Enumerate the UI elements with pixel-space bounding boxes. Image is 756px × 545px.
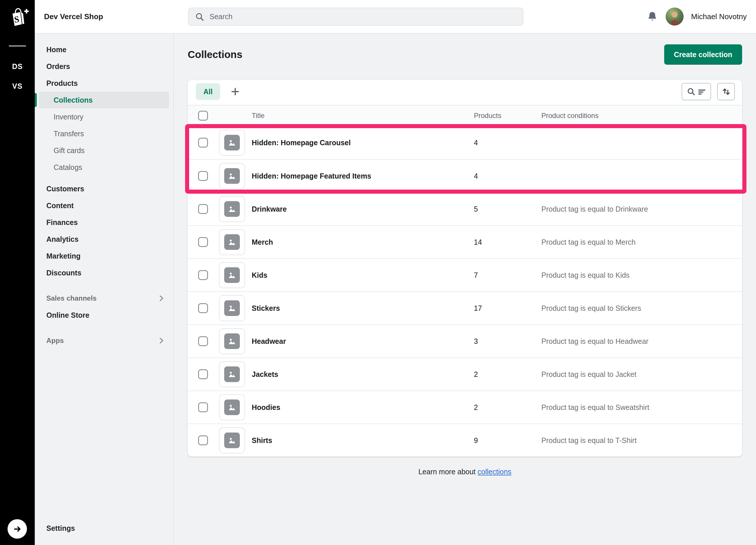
table-row[interactable]: Shirts 9 Product tag is equal to T-Shirt — [188, 424, 742, 457]
tab-all[interactable]: All — [196, 83, 220, 100]
rail-badge-ds[interactable]: DS — [0, 62, 35, 71]
sidebar-item-transfers[interactable]: Transfers — [35, 125, 173, 142]
plus-icon — [231, 87, 240, 96]
sidebar-item-marketing[interactable]: Marketing — [35, 247, 173, 264]
sidebar-item-collections[interactable]: Collections — [39, 92, 169, 108]
search-input[interactable] — [209, 12, 516, 21]
sidebar-item-online-store[interactable]: Online Store — [35, 307, 173, 324]
create-collection-button[interactable]: Create collection — [664, 44, 742, 65]
table-row[interactable]: Kids 7 Product tag is equal to Kids — [188, 258, 742, 291]
rail-badge-vs[interactable]: VS — [0, 82, 35, 90]
notifications-button[interactable] — [647, 10, 658, 23]
table-row[interactable]: Hoodies 2 Product tag is equal to Sweats… — [188, 391, 742, 424]
sidebar-item-finances[interactable]: Finances — [35, 214, 173, 231]
add-view-button[interactable] — [227, 83, 243, 100]
table-row[interactable]: Merch 14 Product tag is equal to Merch — [188, 225, 742, 258]
collection-products-count: 7 — [474, 271, 541, 280]
collection-products-count: 4 — [474, 172, 541, 180]
image-placeholder-icon — [227, 171, 237, 181]
sidebar-item-gift-cards[interactable]: Gift cards — [35, 142, 173, 159]
table-row[interactable]: Headwear 3 Product tag is equal to Headw… — [188, 325, 742, 358]
user-avatar[interactable] — [666, 8, 684, 25]
sidebar-section-sales-channels[interactable]: Sales channels — [35, 290, 173, 307]
row-checkbox[interactable] — [198, 435, 208, 445]
collection-title[interactable]: Headwear — [252, 337, 474, 346]
learn-more-footer: Learn more aboutcollections — [188, 468, 742, 476]
collection-thumbnail — [219, 427, 245, 453]
collection-products-count: 2 — [474, 370, 541, 379]
image-placeholder-icon — [227, 435, 237, 445]
sidebar-item-inventory[interactable]: Inventory — [35, 108, 173, 125]
row-checkbox[interactable] — [198, 336, 208, 346]
select-all-checkbox[interactable] — [198, 111, 208, 121]
topbar: Dev Vercel Shop — [35, 0, 756, 34]
sidebar-item-orders[interactable]: Orders — [35, 58, 173, 75]
shopify-plus-logo-icon: S — [5, 5, 30, 29]
filter-icon — [697, 87, 706, 96]
collection-condition: Product tag is equal to Drinkware — [541, 205, 742, 213]
collections-card: All — [188, 80, 742, 457]
search-icon — [195, 12, 204, 22]
collection-condition: Product tag is equal to Stickers — [541, 304, 742, 313]
sidebar-item-content[interactable]: Content — [35, 197, 173, 214]
image-placeholder-icon — [227, 270, 237, 280]
sidebar-item-settings[interactable]: Settings — [35, 520, 173, 537]
shopify-logo[interactable]: S — [0, 0, 35, 34]
image-placeholder-icon — [227, 138, 237, 147]
sidebar-item-customers[interactable]: Customers — [35, 180, 173, 197]
column-header-conditions[interactable]: Product conditions — [541, 112, 742, 120]
collection-title[interactable]: Hidden: Homepage Carousel — [252, 138, 474, 147]
sidebar-section-apps[interactable]: Apps — [35, 332, 173, 349]
avatar-photo — [666, 8, 684, 25]
sidebar-item-home[interactable]: Home — [35, 41, 173, 58]
collection-title[interactable]: Hidden: Homepage Featured Items — [252, 172, 474, 180]
sidebar-item-discounts[interactable]: Discounts — [35, 264, 173, 281]
shop-name: Dev Vercel Shop — [44, 0, 103, 33]
column-header-title[interactable]: Title — [252, 112, 474, 120]
image-placeholder-icon — [227, 303, 237, 313]
collection-title[interactable]: Kids — [252, 271, 474, 280]
table-row[interactable]: Drinkware 5 Product tag is equal to Drin… — [188, 192, 742, 225]
collections-help-link[interactable]: collections — [478, 468, 512, 476]
table-row[interactable]: Stickers 17 Product tag is equal to Stic… — [188, 291, 742, 325]
collection-products-count: 4 — [474, 138, 541, 147]
sort-button[interactable] — [717, 83, 735, 100]
row-checkbox[interactable] — [198, 303, 208, 313]
collection-title[interactable]: Hoodies — [252, 403, 474, 412]
collection-title[interactable]: Merch — [252, 238, 474, 246]
row-checkbox[interactable] — [198, 402, 208, 412]
table-row[interactable]: Hidden: Homepage Featured Items 4 — [188, 159, 742, 192]
collection-title[interactable]: Jackets — [252, 370, 474, 379]
column-header-products[interactable]: Products — [474, 112, 541, 120]
image-placeholder-icon — [227, 204, 237, 214]
table-row[interactable]: Jackets 2 Product tag is equal to Jacket — [188, 358, 742, 391]
collection-thumbnail — [219, 394, 245, 420]
collection-condition: Product tag is equal to T-Shirt — [541, 436, 742, 445]
collection-products-count: 5 — [474, 205, 541, 213]
collection-condition: Product tag is equal to Headwear — [541, 337, 742, 346]
user-name[interactable]: Michael Novotny — [691, 12, 747, 21]
sidebar-item-analytics[interactable]: Analytics — [35, 231, 173, 247]
table-row[interactable]: Hidden: Homepage Carousel 4 — [188, 126, 742, 159]
collection-title[interactable]: Shirts — [252, 436, 474, 445]
sidebar-item-catalogs[interactable]: Catalogs — [35, 159, 173, 176]
row-checkbox[interactable] — [198, 171, 208, 181]
collection-title[interactable]: Stickers — [252, 304, 474, 313]
search-and-filter-button[interactable] — [682, 83, 711, 100]
sidebar-item-products[interactable]: Products — [35, 75, 173, 92]
row-checkbox[interactable] — [198, 237, 208, 247]
collection-condition: Product tag is equal to Kids — [541, 271, 742, 280]
row-checkbox[interactable] — [198, 270, 208, 280]
collection-thumbnail — [219, 130, 245, 156]
shopify-admin-screen: S DS VS Dev Vercel Shop — [0, 0, 756, 545]
chevron-right-icon — [158, 337, 165, 345]
row-checkbox[interactable] — [198, 204, 208, 214]
page-title: Collections — [188, 49, 242, 60]
global-search-bar[interactable] — [188, 8, 523, 26]
row-checkbox[interactable] — [198, 138, 208, 147]
sales-channels-label: Sales channels — [46, 294, 96, 303]
expand-sidebar-button[interactable] — [8, 519, 27, 539]
collection-thumbnail — [219, 229, 245, 255]
collection-title[interactable]: Drinkware — [252, 205, 474, 213]
row-checkbox[interactable] — [198, 369, 208, 379]
